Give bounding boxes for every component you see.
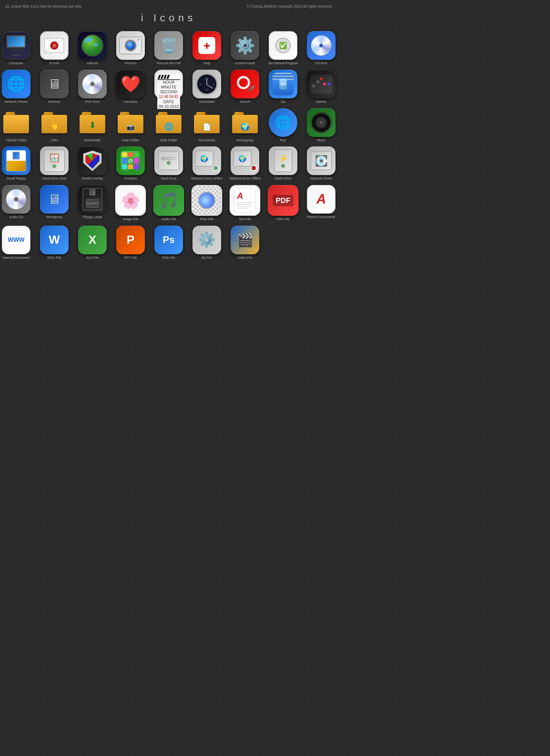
icon-cell-cd-rom[interactable]: CD Rom [304, 31, 337, 65]
icon-label-run: Run [280, 138, 286, 142]
icon-label-network-places: Network Places [5, 100, 28, 104]
icon-cell-help[interactable]: + Help [189, 31, 224, 65]
icon-label-search: Search [240, 100, 250, 104]
icon-cell-email[interactable]: @ E-mail [37, 31, 72, 65]
icon-label-favorites: Favorites [124, 100, 137, 104]
icon-cell-run[interactable]: 🌐 Run [265, 108, 301, 142]
icon-cell-floppy-large[interactable]: FLOPPY Floppy Large [75, 185, 110, 221]
icon-cell-hard-drive-vista[interactable]: 🪟 Hard Drive Vista [37, 146, 72, 181]
icon-cell-recent-documents[interactable]: A Recent Documents [304, 185, 337, 221]
icon-cell-closed-folder[interactable]: Closed Folder [0, 108, 34, 142]
icon-label-video-file: Video File [238, 256, 252, 260]
icon-cell-documents[interactable]: 📄 Documents [189, 108, 224, 142]
attribution-left: 61 unique Mac icons free for personal us… [6, 4, 81, 8]
icon-label-pdf-file: PDF File [276, 217, 289, 221]
icon-label-games: Games [316, 100, 326, 104]
icon-label-cd-rom: CD Rom [315, 61, 328, 65]
icon-label-links: Links [50, 138, 58, 142]
icon-cell-search[interactable]: Search [227, 70, 263, 104]
icon-label-closed-folder: Closed Folder [6, 138, 26, 142]
icon-cell-videos[interactable]: HOUR MINUTE SECOND12 48 24 82DATE 09.10.… [151, 70, 186, 104]
icon-label-pictures: Pictures [125, 61, 137, 65]
icon-label-homegroup: Homegroup [236, 138, 253, 142]
icon-cell-pdf-file[interactable]: PDF PDF File [265, 185, 301, 221]
icon-cell-internet-document[interactable]: WWW Internet Document [0, 226, 34, 260]
icon-label-internet-document: Internet Document [3, 256, 30, 260]
icon-cell-text-file[interactable]: A Text File [227, 185, 263, 221]
icon-label-recycle-bin-full: Recycle Bin Full [157, 61, 181, 65]
icon-label-text-file: Text File [239, 217, 251, 221]
icon-cell-psd-file[interactable]: Ps PSD File [151, 226, 186, 260]
icon-label-music: Music [317, 138, 326, 142]
icon-cell-hard-drive[interactable]: Hard Drive [151, 146, 186, 181]
icon-cell-computer[interactable]: Computer [0, 31, 34, 65]
icon-cell-workgroup[interactable]: 🖥 Workgroup [37, 185, 72, 221]
icon-cell-games[interactable]: Games [304, 70, 337, 104]
icon-label-documents: Documents [198, 138, 215, 142]
attribution-right: © Treetog ArtWork copyright 2010 all rig… [247, 4, 332, 8]
icon-label-dvd-rom: DVD Rom [85, 100, 100, 104]
icon-label-contacts: Contacts [124, 177, 137, 181]
icon-cell-music[interactable]: Music [304, 108, 337, 142]
icon-label-ini-file: INI File [202, 256, 212, 260]
icon-label-workgroup: Workgroup [46, 215, 62, 219]
icon-cell-downloads[interactable]: ⬇ Downloads [75, 108, 110, 142]
icon-cell-user-folder[interactable]: 📷 User Folder [113, 108, 148, 142]
icon-cell-ppt-file[interactable]: P PPT File [113, 226, 148, 260]
icon-cell-dvd-rom[interactable]: DVD Rom [75, 70, 110, 104]
icon-label-computer: Computer [9, 61, 23, 65]
icon-cell-scheduled[interactable]: 12 6 9 3 Scheduled [189, 70, 224, 104]
icon-label-zip: Zip [281, 100, 286, 104]
icon-cell-png-file[interactable]: PNG File [189, 185, 224, 221]
icon-cell-internet[interactable]: Internet [75, 31, 110, 65]
icon-cell-network-drive-offline[interactable]: 🌍 Network Drive Offline [227, 146, 263, 181]
icon-label-flash-drive: Flash Drive [275, 177, 292, 181]
icon-grid: Computer @ E-mail Internet [4, 29, 334, 262]
page-title: i Icons [4, 12, 334, 24]
icon-cell-xls-file[interactable]: X XLS File [75, 226, 110, 260]
icon-cell-sheild-overlay[interactable]: Sheild Overlay [75, 146, 110, 181]
icon-cell-image-file[interactable]: 🌸 Image File [113, 185, 148, 221]
icon-cell-video-file[interactable]: 🎬 Video File [227, 226, 263, 260]
icon-label-user-folder: User Folder [122, 138, 139, 142]
icon-label-set-default-program: Set Default Program [268, 61, 298, 65]
icon-cell-network-places[interactable]: 🌐 Network Places [0, 70, 34, 104]
icon-cell-ini-file[interactable]: ⚙️ INI File [189, 226, 224, 260]
icon-cell-links[interactable]: 👆 Links [37, 108, 72, 142]
icon-label-image-file: Image File [123, 217, 138, 221]
icon-label-psd-file: PSD File [162, 256, 175, 260]
icon-label-network-drive-offline: Network Drive Offline [230, 177, 261, 181]
icon-label-network-share: Network Share [310, 177, 332, 181]
icon-cell-flash-drive[interactable]: ⚡ Flash Drive [265, 146, 301, 181]
icon-cell-desktop[interactable]: 🖥 Desktop [37, 70, 72, 104]
icon-label-xls-file: XLS File [86, 256, 99, 260]
icon-label-ppt-file: PPT File [124, 256, 137, 260]
icon-cell-audio-file[interactable]: 🎵 Audio File [151, 185, 186, 221]
icon-label-internet: Internet [87, 61, 98, 65]
icon-label-audio-cd: Audio CD [9, 215, 23, 219]
icon-label-network-drive-online: Network Drive Online [191, 177, 222, 181]
icon-cell-pictures[interactable]: Pictures [113, 31, 148, 65]
icon-cell-set-default-program[interactable]: ✅ Set Default Program [265, 31, 301, 65]
icon-label-desktop: Desktop [48, 100, 60, 104]
icon-label-hard-drive: Hard Drive [161, 177, 176, 181]
icon-label-web-folder: Web Folder [160, 138, 177, 142]
icon-label-audio-file: Audio File [161, 217, 176, 221]
icon-label-png-file: PNG File [200, 217, 214, 221]
icon-cell-recycle-bin-full[interactable]: 🗑️ Recycle Bin Full [151, 31, 186, 65]
icon-label-videos: Videos [164, 100, 173, 104]
icon-cell-favorites[interactable]: ❤️ Favorites [113, 70, 148, 104]
icon-cell-homegroup[interactable]: 🌍 Homegroup [227, 108, 263, 142]
icon-label-help: Help [203, 61, 210, 65]
icon-cell-network-drive-online[interactable]: 🌍 Network Drive Online [189, 146, 224, 181]
icon-cell-control-panel[interactable]: ⚙️ Control Panel [227, 31, 263, 65]
icon-cell-zip[interactable]: ZIP Zip [265, 70, 301, 104]
icon-cell-audio-cd[interactable]: Audio CD [0, 185, 34, 221]
icon-cell-web-folder[interactable]: 🌐 Web Folder [151, 108, 186, 142]
icon-label-doc-file: DOC File [47, 256, 61, 260]
icon-cell-doc-file[interactable]: W DOC File [37, 226, 72, 260]
icon-cell-small-floppy[interactable]: Small Floppy [0, 146, 34, 181]
icon-label-small-floppy: Small Floppy [7, 177, 26, 181]
icon-cell-network-share[interactable]: 💽 Network Share [304, 146, 337, 181]
icon-cell-contacts[interactable]: @ Contacts [113, 146, 148, 181]
